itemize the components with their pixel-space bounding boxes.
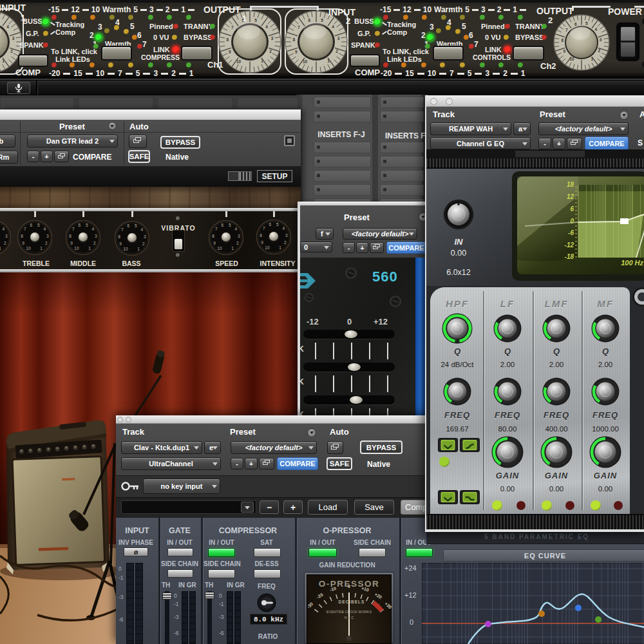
svg-text:9: 9 bbox=[261, 240, 263, 245]
svg-text:7: 7 bbox=[231, 25, 234, 30]
svg-text:N Y C: N Y C bbox=[345, 616, 354, 620]
svg-text:-30: -30 bbox=[307, 601, 314, 609]
svg-text:7: 7 bbox=[263, 226, 265, 231]
svg-text:6: 6 bbox=[574, 22, 577, 26]
svg-text:2: 2 bbox=[142, 242, 145, 246]
svg-text:3: 3 bbox=[46, 234, 49, 238]
svg-text:3: 3 bbox=[95, 234, 97, 238]
svg-text:1: 1 bbox=[327, 59, 330, 63]
svg-text:3: 3 bbox=[337, 36, 340, 41]
svg-text:1: 1 bbox=[591, 57, 593, 61]
svg-text:6: 6 bbox=[221, 223, 223, 227]
svg-text:3: 3 bbox=[12, 36, 15, 41]
svg-text:10: 10 bbox=[303, 59, 308, 64]
svg-text:0: 0 bbox=[348, 584, 350, 589]
svg-text:10: 10 bbox=[265, 245, 270, 250]
svg-text:8: 8 bbox=[260, 233, 262, 238]
svg-text:5: 5 bbox=[135, 223, 137, 228]
svg-text:5: 5 bbox=[585, 21, 588, 26]
svg-text:4: 4 bbox=[2, 227, 5, 231]
svg-text:8: 8 bbox=[118, 234, 120, 239]
svg-text:3: 3 bbox=[144, 234, 146, 239]
svg-text:1: 1 bbox=[88, 246, 91, 251]
svg-text:9: 9 bbox=[295, 50, 298, 54]
svg-text:-12: -12 bbox=[565, 242, 574, 249]
svg-text:3: 3 bbox=[238, 234, 240, 238]
svg-text:6: 6 bbox=[127, 223, 129, 228]
svg-text:4: 4 bbox=[332, 24, 334, 29]
svg-text:9: 9 bbox=[119, 242, 122, 246]
svg-text:3: 3 bbox=[600, 37, 602, 42]
svg-text:6: 6 bbox=[78, 223, 80, 227]
svg-text:7: 7 bbox=[72, 227, 75, 231]
svg-text:4: 4 bbox=[43, 227, 46, 231]
svg-text:4: 4 bbox=[6, 24, 9, 29]
svg-text:4: 4 bbox=[265, 24, 268, 29]
svg-text:8: 8 bbox=[69, 234, 71, 238]
svg-text:9: 9 bbox=[22, 241, 24, 245]
svg-text:5: 5 bbox=[37, 223, 40, 227]
svg-text:12: 12 bbox=[567, 193, 574, 200]
svg-text:10: 10 bbox=[123, 247, 128, 251]
svg-text:10: 10 bbox=[236, 59, 242, 64]
svg-text:1: 1 bbox=[137, 247, 140, 251]
svg-text:5: 5 bbox=[276, 222, 279, 227]
svg-text:1: 1 bbox=[40, 246, 43, 251]
svg-text:2: 2 bbox=[45, 241, 48, 245]
svg-text:4: 4 bbox=[140, 227, 143, 232]
svg-text:6: 6 bbox=[30, 223, 32, 227]
svg-text:0: 0 bbox=[570, 218, 574, 225]
svg-text:-20: -20 bbox=[316, 592, 323, 599]
svg-text:2: 2 bbox=[284, 240, 287, 245]
svg-text:2: 2 bbox=[236, 241, 239, 245]
svg-text:4: 4 bbox=[594, 27, 597, 32]
svg-text:6: 6 bbox=[570, 205, 574, 213]
svg-text:1: 1 bbox=[279, 245, 281, 250]
svg-text:2: 2 bbox=[336, 49, 338, 53]
svg-text:1: 1 bbox=[2, 59, 5, 63]
svg-text:3: 3 bbox=[271, 36, 274, 41]
svg-text:5: 5 bbox=[321, 18, 323, 23]
svg-text:8: 8 bbox=[292, 37, 295, 42]
svg-text:5: 5 bbox=[254, 18, 257, 23]
svg-text:DECIBELS: DECIBELS bbox=[339, 600, 365, 604]
svg-text:9: 9 bbox=[213, 241, 216, 245]
svg-text:9: 9 bbox=[70, 241, 73, 245]
svg-text:5: 5 bbox=[86, 223, 88, 227]
svg-text:7: 7 bbox=[121, 227, 124, 232]
svg-text:5: 5 bbox=[229, 223, 231, 227]
svg-text:1: 1 bbox=[231, 246, 234, 251]
svg-text:+30: +30 bbox=[384, 601, 392, 609]
svg-text:18: 18 bbox=[567, 181, 574, 188]
svg-text:2: 2 bbox=[598, 48, 601, 53]
svg-text:EVENTIDE CLOCK WORKS: EVENTIDE CLOCK WORKS bbox=[327, 610, 372, 614]
svg-text:100 Hz: 100 Hz bbox=[621, 259, 643, 267]
svg-text:10: 10 bbox=[74, 246, 79, 251]
svg-text:4: 4 bbox=[234, 227, 237, 231]
svg-text:8: 8 bbox=[561, 38, 564, 43]
svg-text:10: 10 bbox=[569, 57, 574, 61]
svg-text:8: 8 bbox=[212, 234, 214, 238]
svg-text:9: 9 bbox=[229, 50, 231, 54]
svg-text:+20: +20 bbox=[374, 592, 383, 600]
svg-text:2: 2 bbox=[93, 241, 96, 245]
svg-text:9: 9 bbox=[563, 49, 565, 53]
svg-text:1: 1 bbox=[261, 59, 263, 63]
svg-text:2: 2 bbox=[10, 49, 13, 53]
svg-text:7: 7 bbox=[565, 28, 568, 32]
svg-text:7: 7 bbox=[24, 227, 26, 231]
svg-text:-6: -6 bbox=[568, 229, 574, 236]
svg-text:3: 3 bbox=[285, 233, 288, 238]
svg-text:4: 4 bbox=[91, 227, 94, 231]
svg-text:6: 6 bbox=[308, 18, 310, 23]
svg-text:7: 7 bbox=[215, 227, 218, 231]
svg-text:2: 2 bbox=[269, 49, 272, 53]
svg-text:4: 4 bbox=[282, 226, 285, 231]
svg-text:-10: -10 bbox=[329, 586, 337, 592]
svg-text:8: 8 bbox=[21, 234, 23, 238]
svg-text:10: 10 bbox=[26, 246, 31, 251]
svg-text:8: 8 bbox=[226, 37, 229, 42]
svg-text:7: 7 bbox=[298, 25, 300, 30]
svg-text:10: 10 bbox=[217, 246, 222, 251]
svg-text:3: 3 bbox=[5, 234, 8, 238]
